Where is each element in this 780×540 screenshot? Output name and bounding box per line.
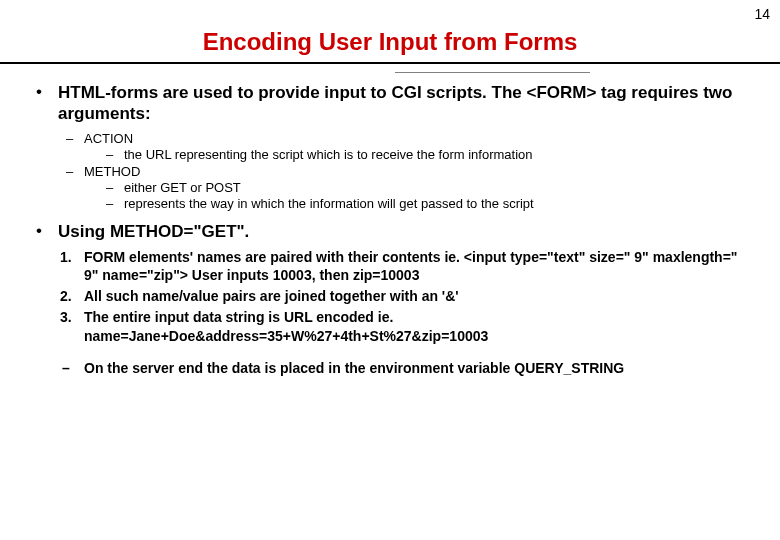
bullet-form-args: HTML-forms are used to provide input to …: [30, 82, 750, 211]
server-note: On the server end the data is placed in …: [58, 359, 750, 377]
num-item-1: 1.FORM elements' names are paired with t…: [58, 248, 750, 284]
num-item-3-text: The entire input data string is URL enco…: [84, 309, 488, 343]
page-number: 14: [754, 6, 770, 22]
slide-title: Encoding User Input from Forms: [0, 28, 780, 56]
bullet-method-get-text: Using METHOD="GET".: [58, 221, 750, 242]
sub-action-desc: the URL representing the script which is…: [84, 147, 750, 162]
sub-method: METHOD either GET or POST represents the…: [58, 164, 750, 211]
bullet-method-get: Using METHOD="GET". 1.FORM elements' nam…: [30, 221, 750, 377]
num-item-2-text: All such name/value pairs are joined tog…: [84, 288, 459, 304]
num-item-3: 3.The entire input data string is URL en…: [58, 308, 750, 344]
num-item-2: 2.All such name/value pairs are joined t…: [58, 287, 750, 305]
sub-method-label: METHOD: [84, 164, 140, 179]
sub-action: ACTION the URL representing the script w…: [58, 131, 750, 162]
bullet-form-args-text: HTML-forms are used to provide input to …: [58, 82, 750, 125]
sub-action-label: ACTION: [84, 131, 133, 146]
title-accent-line: [395, 72, 590, 73]
num-item-1-text: FORM elements' names are paired with the…: [84, 249, 737, 283]
slide-content: HTML-forms are used to provide input to …: [0, 64, 780, 377]
sub-method-desc-1: either GET or POST: [84, 180, 750, 195]
sub-method-desc-2: represents the way in which the informat…: [84, 196, 750, 211]
